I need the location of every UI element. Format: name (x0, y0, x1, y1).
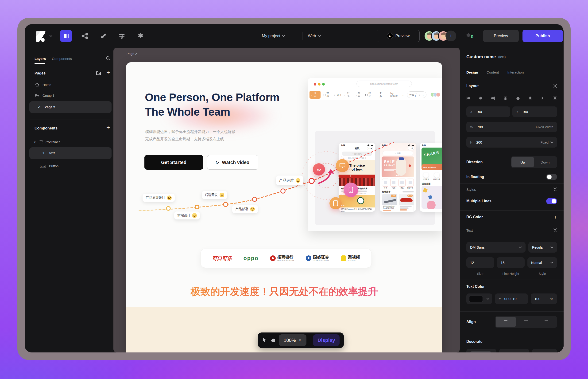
monitor-badge (336, 159, 349, 172)
mini-project-menu: My project ⌄ (391, 92, 404, 97)
width-field[interactable]: W700 Fixed Width (466, 122, 557, 132)
sidebar-item-page2[interactable]: ✓ Page 2 (29, 101, 112, 113)
font-style-dropdown[interactable]: Normal (528, 257, 557, 268)
layers-tab-underline (34, 63, 45, 64)
sidebar-item-home[interactable]: Home (31, 80, 113, 90)
collapse-section-icon[interactable] (553, 84, 557, 88)
is-floating-toggle[interactable] (546, 174, 557, 180)
debug-count: 0 (471, 34, 473, 39)
align-right-option[interactable] (536, 317, 556, 327)
x-position-field[interactable]: X150 (466, 106, 510, 117)
integrations-button[interactable] (99, 32, 108, 40)
logo-chevron-icon[interactable] (49, 35, 52, 37)
add-page-group-icon[interactable] (96, 71, 101, 75)
tab-interaction[interactable]: Interaction (507, 70, 524, 74)
mini-toolbar: 页面 数据 API 行为 后台 模块 ···更多 My project ⌄ We… (308, 89, 442, 100)
distribute-h-icon[interactable] (541, 96, 544, 100)
collapse-section-icon[interactable] (553, 188, 557, 191)
chip-label: 前端设计 (177, 213, 190, 218)
more-options-icon[interactable]: ··· (551, 55, 557, 60)
w-value: 700 (477, 125, 483, 129)
distribute-v-icon[interactable] (553, 96, 557, 100)
align-center-h-icon[interactable] (479, 96, 483, 100)
style-caption: Style (528, 272, 557, 276)
preview-pill-button[interactable]: ▶ Preview (377, 30, 420, 42)
publish-button[interactable]: Publish (523, 30, 563, 42)
gear-icon (137, 32, 144, 39)
page-artboard[interactable]: One Person, One Platform The Whole Team … (126, 62, 442, 352)
kiss-emoji-icon (296, 178, 300, 183)
data-model-button[interactable] (81, 32, 89, 40)
opacity-value: 100 (534, 297, 540, 301)
journey-chip: 产品运维 (276, 175, 303, 185)
opacity-field[interactable]: 100 % (531, 293, 557, 304)
align-right-icon[interactable] (491, 96, 495, 100)
tree-item-text[interactable]: T Text (29, 147, 112, 159)
font-family-dropdown[interactable]: DM Sans (466, 242, 526, 253)
direction-segmented: Up Down (511, 156, 557, 168)
sidebar-item-label: Home (43, 83, 51, 87)
x-value: 150 (476, 110, 482, 114)
caret-down-icon[interactable]: ▼ (34, 141, 36, 143)
project-menu[interactable]: My project (262, 34, 285, 38)
zoom-dropdown[interactable]: 100% ▼ (279, 334, 306, 346)
color-swatch-dropdown[interactable] (466, 293, 492, 304)
hand-tool-icon[interactable] (271, 337, 276, 344)
mini-nav-more: ···更多 (376, 91, 384, 98)
workflow-button[interactable] (118, 32, 126, 40)
align-bottom-icon[interactable] (528, 96, 532, 100)
caret-down-icon: ▼ (299, 339, 301, 342)
text-color-label: Text Color (466, 284, 485, 289)
surprised-emoji-icon (167, 195, 172, 200)
collapse-section-icon[interactable] (553, 228, 557, 232)
tree-item-button[interactable]: BTN Button (31, 161, 113, 171)
align-left-icon[interactable] (466, 96, 470, 100)
direction-up-option[interactable]: Up (512, 157, 534, 167)
journey-chip: 产品原型设计 (143, 194, 175, 202)
font-weight-dropdown[interactable]: Regular (528, 242, 557, 253)
settings-button[interactable] (136, 32, 145, 40)
design-mode-button[interactable] (60, 30, 72, 42)
hero-title[interactable]: One Person, One Platform The Whole Team (145, 90, 279, 119)
add-bg-color-icon[interactable]: + (554, 214, 557, 220)
sidebar-item-group1[interactable]: Group 1 (31, 91, 113, 101)
add-component-icon[interactable]: + (106, 124, 110, 130)
direction-down-option[interactable]: Down (534, 157, 557, 167)
app-logo[interactable] (34, 29, 47, 42)
hex-color-field[interactable]: #0F0F10 (495, 293, 528, 304)
canvas-page-label[interactable]: Page 2 (127, 52, 137, 56)
tab-content[interactable]: Content (486, 70, 499, 74)
align-center-v-icon[interactable] (516, 96, 520, 100)
design-canvas[interactable]: Page 2 One Person, One Platform The Whol… (113, 48, 460, 352)
align-left-option[interactable] (496, 317, 516, 327)
debug-counter[interactable]: 0 (466, 32, 473, 39)
line-height-field[interactable]: 18 (497, 257, 525, 268)
tab-layers[interactable]: Layers (34, 57, 46, 61)
cursor-tool-icon[interactable] (262, 337, 267, 344)
chevron-down-icon (519, 247, 522, 248)
pearvideo-icon (341, 255, 346, 261)
project-menu-label: My project (262, 34, 280, 38)
height-mode[interactable]: Fixed (541, 141, 553, 144)
search-icon[interactable] (106, 56, 111, 61)
preview-button[interactable]: Preview (483, 30, 519, 42)
font-size-field[interactable]: 12 (466, 257, 494, 268)
align-top-icon[interactable] (503, 96, 507, 100)
platform-menu[interactable]: Web (308, 34, 321, 38)
align-center-option[interactable] (516, 317, 536, 327)
play-icon: ▶ (387, 33, 393, 39)
multiple-lines-toggle[interactable] (546, 198, 557, 204)
infinity-badge: ∞ (313, 163, 325, 175)
add-page-icon[interactable]: + (106, 69, 110, 75)
tab-design[interactable]: Design (466, 70, 478, 74)
client-logos: 可口可乐 oppo 招商银行CHINA MERCHANTS BANK 国盛证券G… (200, 249, 372, 268)
collapse-decorate-icon[interactable]: — (552, 339, 557, 344)
tree-item-container[interactable]: ▼ Container (31, 137, 113, 147)
button-component-icon: BTN (40, 165, 46, 168)
phone-badge (344, 183, 358, 197)
y-position-field[interactable]: Y150 (513, 106, 557, 117)
add-collaborator-button[interactable]: + (445, 31, 456, 41)
height-field[interactable]: H200 Fixed (466, 137, 557, 148)
display-button[interactable]: Display (313, 334, 340, 346)
tab-components[interactable]: Components (52, 57, 72, 61)
